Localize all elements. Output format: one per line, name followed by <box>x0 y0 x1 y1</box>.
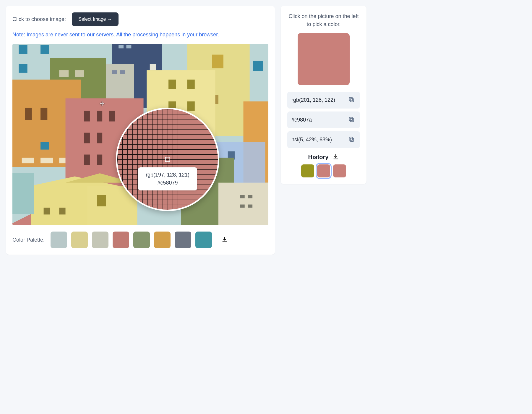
svg-rect-1 <box>19 45 27 54</box>
svg-rect-28 <box>187 101 194 111</box>
svg-rect-66 <box>349 117 353 121</box>
history-title: History <box>308 154 329 161</box>
svg-rect-31 <box>40 108 47 120</box>
magnifier-rgb-value: rgb(197, 128, 121) <box>146 171 189 179</box>
svg-rect-67 <box>350 138 353 141</box>
svg-rect-56 <box>59 208 65 214</box>
svg-rect-25 <box>168 80 176 89</box>
svg-rect-21 <box>212 55 223 68</box>
svg-rect-32 <box>22 158 34 163</box>
svg-rect-37 <box>97 111 102 122</box>
svg-rect-68 <box>349 137 353 140</box>
svg-rect-36 <box>84 111 90 122</box>
history-swatches <box>287 164 360 177</box>
rgb-value-row: rgb(201, 128, 122) <box>287 92 360 109</box>
magnifier-tooltip: rgb(197, 128, 121) #c58079 <box>138 167 197 190</box>
history-swatch-1[interactable] <box>317 164 330 177</box>
picked-color-swatch <box>298 33 350 85</box>
svg-rect-3 <box>19 64 27 73</box>
palette-label: Color Palette: <box>12 237 45 243</box>
copy-hex-button[interactable] <box>347 115 356 125</box>
palette-row: Color Palette: <box>12 232 268 248</box>
hex-value-row: #c9807a <box>287 111 360 128</box>
svg-rect-33 <box>40 158 53 163</box>
svg-rect-52 <box>240 205 245 208</box>
copy-icon <box>348 116 355 123</box>
hsl-value-row: hsl(5, 42%, 63%) <box>287 131 360 148</box>
svg-rect-55 <box>44 208 50 214</box>
history-swatch-2[interactable] <box>333 164 346 177</box>
history-swatch-0[interactable] <box>301 164 314 177</box>
svg-rect-30 <box>25 108 32 120</box>
download-icon <box>221 236 228 243</box>
magnifier-center-pixel <box>165 157 170 162</box>
palette-swatch-2[interactable] <box>92 232 108 248</box>
choose-image-label: Click to choose image: <box>12 16 66 22</box>
svg-rect-8 <box>126 45 131 48</box>
palette-swatch-3[interactable] <box>113 232 129 248</box>
svg-rect-4 <box>253 61 263 71</box>
svg-rect-16 <box>59 70 69 77</box>
download-icon <box>332 153 339 160</box>
svg-rect-65 <box>350 118 353 122</box>
download-palette-button[interactable] <box>219 234 230 246</box>
palette-swatch-0[interactable] <box>51 232 67 248</box>
main-panel: Click to choose image: Select Image → No… <box>6 6 275 255</box>
svg-rect-64 <box>349 98 353 101</box>
svg-rect-53 <box>248 205 252 208</box>
svg-rect-41 <box>84 155 90 165</box>
copy-icon <box>348 96 355 103</box>
side-instruction: Click on the picture on the left to pick… <box>287 12 360 28</box>
svg-rect-42 <box>97 155 102 165</box>
svg-rect-26 <box>187 80 194 89</box>
select-image-button-label: Select Image → <box>78 17 112 22</box>
palette-swatch-1[interactable] <box>71 232 88 248</box>
svg-rect-38 <box>109 111 115 122</box>
svg-rect-51 <box>248 195 252 198</box>
source-image[interactable]: ✛ rgb(197, 128, 121) #c58079 <box>12 44 268 225</box>
history-header: History <box>287 153 360 161</box>
svg-rect-11 <box>150 64 156 70</box>
copy-icon <box>348 136 355 143</box>
palette-swatch-7[interactable] <box>195 232 212 248</box>
palette-swatches <box>51 232 212 248</box>
svg-rect-40 <box>97 133 102 143</box>
magnifier-hex-value: #c58079 <box>146 179 189 187</box>
download-history-button[interactable] <box>332 153 339 161</box>
palette-swatch-4[interactable] <box>133 232 150 248</box>
svg-rect-63 <box>350 98 353 102</box>
svg-rect-17 <box>75 70 84 77</box>
copy-hsl-button[interactable] <box>347 135 356 145</box>
select-image-button[interactable]: Select Image → <box>72 12 119 26</box>
svg-rect-62 <box>40 142 49 149</box>
image-select-row: Click to choose image: Select Image → <box>12 12 268 26</box>
svg-rect-2 <box>40 45 49 54</box>
palette-swatch-5[interactable] <box>154 232 171 248</box>
svg-rect-13 <box>112 70 117 74</box>
hex-value-text: #c9807a <box>291 117 312 123</box>
magnifier-lens: rgb(197, 128, 121) #c58079 <box>116 108 219 211</box>
svg-rect-39 <box>84 133 90 143</box>
copy-rgb-button[interactable] <box>347 95 356 105</box>
svg-rect-14 <box>120 70 125 74</box>
hsl-value-text: hsl(5, 42%, 63%) <box>291 137 332 143</box>
rgb-value-text: rgb(201, 128, 122) <box>291 97 335 103</box>
svg-rect-49 <box>218 183 268 225</box>
side-panel: Click on the picture on the left to pick… <box>281 6 366 184</box>
palette-swatch-6[interactable] <box>175 232 191 248</box>
svg-rect-61 <box>12 173 34 214</box>
privacy-note: Note: Images are never sent to our serve… <box>12 31 268 39</box>
svg-rect-50 <box>240 195 245 198</box>
svg-rect-7 <box>119 45 124 48</box>
svg-rect-59 <box>97 195 106 206</box>
